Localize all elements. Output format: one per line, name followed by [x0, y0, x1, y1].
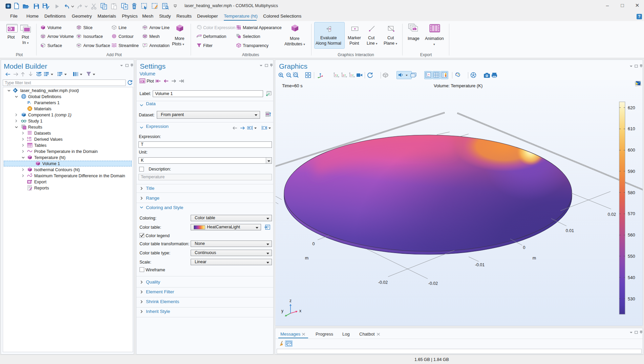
svg-text:550: 550 [628, 254, 635, 259]
svg-text:620: 620 [628, 105, 635, 110]
svg-text:560: 560 [628, 232, 635, 237]
svg-text:590: 590 [628, 169, 635, 174]
svg-text:z: z [344, 73, 346, 76]
svg-text:m: m [305, 256, 308, 260]
svg-text:x: x [350, 73, 352, 76]
svg-text:0.02: 0.02 [608, 212, 616, 217]
svg-text:0: 0 [523, 245, 525, 250]
svg-text:m: m [533, 256, 536, 260]
svg-text:570: 570 [628, 211, 635, 216]
svg-text:600: 600 [628, 147, 635, 153]
svg-text:0: 0 [313, 242, 315, 246]
svg-text:y: y [337, 73, 338, 76]
svg-text:580: 580 [628, 190, 635, 195]
svg-text:x: x [299, 309, 301, 313]
svg-text:z: z [352, 73, 353, 76]
svg-text:530: 530 [628, 296, 635, 301]
svg-text:610: 610 [628, 126, 635, 131]
svg-text:y: y [281, 309, 283, 313]
svg-text:z: z [289, 298, 292, 303]
svg-text:-0.02: -0.02 [378, 280, 388, 285]
svg-text:y: y [343, 73, 344, 76]
svg-text:0.01: 0.01 [566, 228, 574, 233]
svg-text:-0.01: -0.01 [475, 263, 485, 267]
svg-text:x: x [335, 73, 336, 76]
svg-text:540: 540 [628, 275, 635, 280]
svg-text:-0.02: -0.02 [428, 281, 438, 286]
